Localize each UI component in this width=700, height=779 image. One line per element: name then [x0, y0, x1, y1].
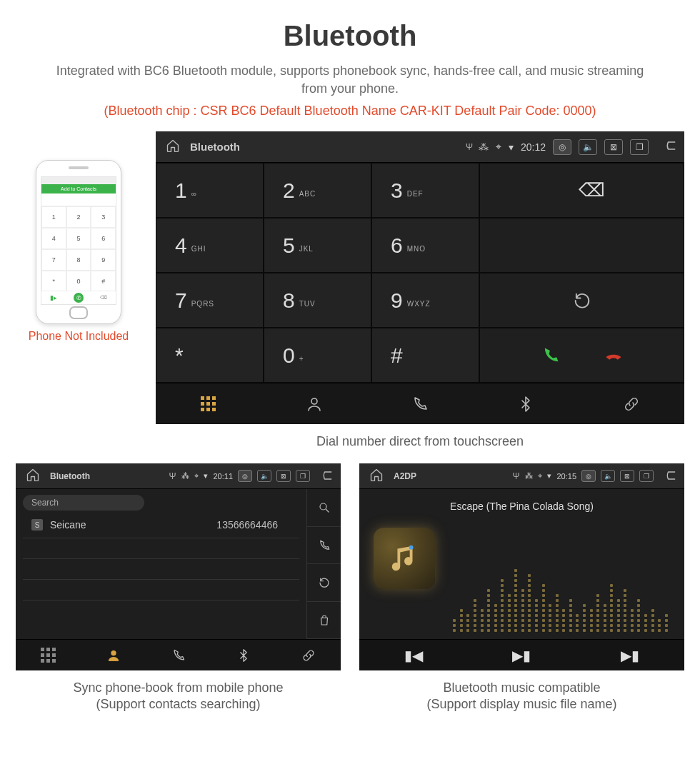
contact-number: 13566664466 — [216, 519, 278, 531]
dial-key-4[interactable]: 4GHI — [156, 218, 264, 273]
prev-button[interactable]: ▮◀ — [359, 639, 468, 670]
page-subtitle: Integrated with BC6 Bluetooth module, su… — [43, 62, 657, 98]
backspace-button[interactable]: ⌫ — [479, 163, 684, 218]
status-time: 20:12 — [521, 141, 546, 153]
home-icon[interactable] — [166, 139, 180, 155]
tab-bluetooth[interactable] — [473, 383, 579, 424]
music-note-icon — [374, 528, 435, 589]
home-icon[interactable] — [369, 468, 384, 484]
phonebook-caption-1: Sync phone-book from mobile phone — [16, 680, 341, 695]
usb-icon: Ψ — [466, 142, 473, 152]
bluetooth-status-icon: ⁂ — [525, 471, 533, 481]
statusbar-app-title: Bluetooth — [190, 141, 240, 153]
svg-point-2 — [111, 650, 116, 655]
page-title: Bluetooth — [0, 20, 700, 52]
tab-contacts[interactable] — [81, 639, 146, 670]
delete-icon[interactable] — [307, 602, 341, 640]
phone-mockup: Add to Contacts 123456789*0# ▮▸ ✆ ⌫ — [36, 160, 121, 324]
wifi-icon: ▾ — [204, 471, 208, 481]
back-icon[interactable] — [663, 139, 677, 155]
recents-icon[interactable]: ❐ — [296, 470, 310, 482]
tab-calls[interactable] — [146, 639, 211, 670]
dial-key-7[interactable]: 7PQRS — [156, 273, 264, 328]
dial-key-1[interactable]: 1∞ — [156, 163, 264, 218]
dial-key-#[interactable]: # — [371, 328, 479, 383]
call-controls[interactable] — [479, 328, 684, 383]
dial-key-0[interactable]: 0+ — [264, 328, 371, 383]
gps-icon: ⌖ — [194, 471, 199, 481]
volume-icon[interactable]: 🔈 — [601, 470, 615, 482]
status-time: 20:11 — [213, 472, 233, 481]
gps-icon: ⌖ — [538, 471, 542, 481]
recents-icon[interactable]: ❐ — [630, 139, 649, 155]
music-panel: A2DP Ψ ⁂ ⌖ ▾ 20:15 ◎ 🔈 ⊠ ❐ Escape (The P… — [359, 463, 684, 670]
volume-icon[interactable]: 🔈 — [579, 139, 597, 155]
dialer-panel: Bluetooth Ψ ⁂ ⌖ ▾ 20:12 ◎ 🔈 ⊠ ❐ 1∞2ABC3D… — [156, 131, 684, 424]
status-time: 20:15 — [556, 472, 576, 481]
tab-dialpad[interactable] — [156, 383, 261, 424]
refresh-icon[interactable] — [307, 564, 341, 602]
dial-key-6[interactable]: 6MNO — [371, 218, 479, 273]
wifi-icon: ▾ — [547, 471, 551, 481]
dial-key-9[interactable]: 9WXYZ — [371, 273, 479, 328]
dial-key-*[interactable]: * — [156, 328, 264, 383]
recents-icon[interactable]: ❐ — [639, 470, 654, 482]
equalizer — [452, 529, 669, 632]
phone-call-icon: ✆ — [66, 291, 91, 304]
phonebook-caption-2: (Support contacts searching) — [16, 697, 341, 712]
side-empty[interactable] — [479, 218, 684, 273]
music-caption-1: Bluetooth music compatible — [359, 680, 684, 695]
phone-video-icon: ▮▸ — [41, 291, 66, 304]
tab-dialpad[interactable] — [16, 639, 81, 670]
usb-icon: Ψ — [169, 471, 176, 481]
home-icon[interactable] — [26, 468, 40, 484]
svg-point-1 — [320, 503, 326, 510]
tab-contacts[interactable] — [261, 383, 367, 424]
contact-initial: S — [31, 519, 43, 531]
usb-icon: Ψ — [512, 471, 519, 481]
tab-calls[interactable] — [367, 383, 473, 424]
bluetooth-status-icon: ⁂ — [181, 471, 189, 481]
music-caption-2: (Support display music file name) — [359, 697, 684, 712]
contact-row[interactable]: S Seicane 13566664466 — [23, 519, 299, 538]
phone-add-contacts: Add to Contacts — [41, 184, 116, 194]
screenshot-icon[interactable]: ◎ — [581, 470, 596, 482]
screenshot-icon[interactable]: ◎ — [238, 470, 252, 482]
dialer-caption: Dial number direct from touchscreen — [156, 434, 684, 449]
statusbar-app-title: Bluetooth — [50, 471, 90, 481]
close-icon[interactable]: ⊠ — [620, 470, 634, 482]
track-title: Escape (The Pina Colada Song) — [359, 489, 684, 512]
svg-point-0 — [311, 398, 317, 404]
tab-pair[interactable] — [276, 639, 341, 670]
phone-caption: Phone Not Included — [16, 330, 141, 343]
phone-backspace-icon: ⌫ — [91, 291, 116, 304]
gps-icon: ⌖ — [496, 141, 501, 153]
volume-icon[interactable]: 🔈 — [257, 470, 271, 482]
dial-key-3[interactable]: 3DEF — [371, 163, 479, 218]
wifi-icon: ▾ — [509, 141, 514, 153]
next-button[interactable]: ▶▮ — [576, 639, 684, 670]
tab-pair[interactable] — [579, 383, 684, 424]
redial-button[interactable] — [479, 273, 684, 328]
statusbar-app-title: A2DP — [394, 471, 416, 481]
tab-bluetooth[interactable] — [211, 639, 276, 670]
dial-key-5[interactable]: 5JKL — [264, 218, 371, 273]
back-icon[interactable] — [319, 468, 334, 484]
phonebook-panel: Bluetooth Ψ ⁂ ⌖ ▾ 20:11 ◎ 🔈 ⊠ ❐ Search — [16, 463, 341, 670]
svg-point-3 — [409, 546, 414, 550]
dial-key-2[interactable]: 2ABC — [264, 163, 371, 218]
search-icon[interactable] — [307, 489, 341, 527]
bluetooth-status-icon: ⁂ — [479, 141, 489, 153]
play-pause-button[interactable]: ▶▮ — [468, 639, 576, 670]
screenshot-icon[interactable]: ◎ — [553, 139, 571, 155]
close-icon[interactable]: ⊠ — [604, 139, 623, 155]
call-icon[interactable] — [307, 527, 341, 565]
search-input[interactable]: Search — [23, 495, 144, 511]
spec-line: (Bluetooth chip : CSR BC6 Default Blueto… — [0, 104, 700, 119]
back-icon[interactable] — [663, 468, 677, 484]
close-icon[interactable]: ⊠ — [276, 470, 291, 482]
contact-name: Seicane — [50, 519, 86, 531]
dial-key-8[interactable]: 8TUV — [264, 273, 371, 328]
